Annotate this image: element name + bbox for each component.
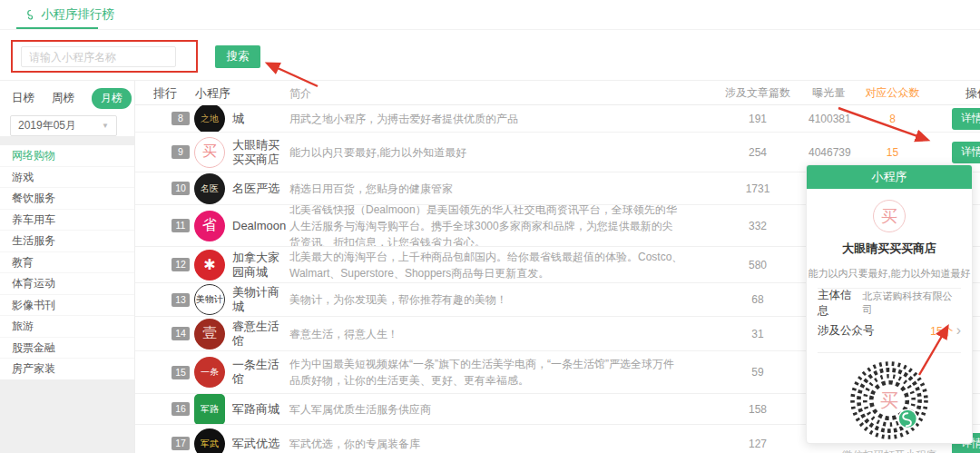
qr-caption: 微信扫码打开小程序 bbox=[807, 448, 972, 453]
rank-badge: 14 bbox=[172, 327, 190, 340]
app-name: 军武优选 bbox=[232, 437, 289, 451]
app-name: 城 bbox=[232, 112, 289, 126]
popup-header: 小程序 bbox=[807, 165, 972, 189]
detail-button[interactable]: 详情 bbox=[952, 108, 980, 130]
app-icon: ✱ bbox=[194, 250, 225, 281]
rank-badge: 8 bbox=[172, 112, 190, 125]
search-button[interactable]: 搜索 bbox=[215, 45, 260, 68]
qr-code: 买 bbox=[807, 359, 972, 446]
wechat-miniprogram-badge-icon bbox=[898, 409, 916, 428]
category-list: 网络购物游戏餐饮服务养车用车生活服务教育体育运动影像书刊旅游股票金融房产家装 bbox=[0, 145, 134, 380]
app-icon: 一条 bbox=[194, 357, 225, 388]
article-count: 254 bbox=[707, 146, 808, 159]
app-icon: 军武 bbox=[194, 428, 225, 453]
sidebar-category-item[interactable]: 房产家装 bbox=[0, 359, 134, 380]
popup-app-name: 大眼睛买买买商店 bbox=[807, 241, 972, 257]
app-name: 加拿大家园商城 bbox=[232, 251, 289, 280]
rank-badge: 16 bbox=[172, 402, 190, 416]
sidebar-category-item[interactable]: 影像书刊 bbox=[0, 295, 134, 317]
sidebar-category-item[interactable]: 游戏 bbox=[0, 167, 134, 189]
exposure-count: 4046739 bbox=[808, 146, 849, 159]
popup-app-description: 能力以内只要最好,能力以外知道最好 bbox=[807, 267, 972, 281]
app-description: 能力以内只要最好,能力以外知道最好 bbox=[289, 144, 707, 161]
rank-badge: 11 bbox=[172, 219, 190, 232]
sidebar-category-item[interactable]: 餐饮服务 bbox=[0, 188, 134, 210]
col-account-count: 对应公众数 bbox=[849, 85, 936, 101]
app-icon: 美物计 bbox=[194, 284, 225, 315]
qr-center-logo: 买 bbox=[880, 390, 898, 410]
rank-badge: 12 bbox=[172, 258, 190, 271]
col-description: 简介 bbox=[289, 85, 707, 102]
app-name: 一条生活馆 bbox=[232, 358, 289, 387]
tab-daily-rank[interactable]: 日榜 bbox=[12, 91, 34, 106]
app-description: 北美最大的海淘平台，上千种商品包邮国内。给你最省钱最超值的体验。Costco、W… bbox=[289, 249, 707, 281]
exposure-count: 4100381 bbox=[808, 113, 849, 125]
account-count: 15 bbox=[849, 146, 936, 159]
field-label: 涉及公众号 bbox=[818, 323, 875, 339]
rank-period-tabs: 日榜 周榜 月榜 bbox=[0, 87, 134, 109]
field-value: 北京诺购科技有限公司 bbox=[862, 290, 961, 317]
field-label: 主体信息 bbox=[818, 288, 862, 319]
accounts-count-link[interactable]: 15个 bbox=[930, 325, 953, 338]
popup-divider bbox=[818, 352, 961, 353]
col-action: 操作 bbox=[936, 85, 980, 102]
article-count: 68 bbox=[707, 293, 808, 306]
app-name: 美物计商城 bbox=[232, 285, 289, 314]
article-count: 332 bbox=[707, 220, 808, 232]
app-icon: 之地 bbox=[194, 105, 225, 133]
app-description: 精选日用百货，您贴身的健康管家 bbox=[289, 181, 707, 197]
search-section: 搜索 bbox=[0, 30, 980, 81]
popup-field-accounts: 涉及公众号 15个› bbox=[807, 317, 972, 345]
sidebar-category-item[interactable]: 旅游 bbox=[0, 316, 134, 338]
article-count: 31 bbox=[707, 328, 808, 340]
popup-app-logo: 买 bbox=[873, 200, 906, 232]
sidebar-bottom-filler bbox=[0, 379, 134, 453]
app-icon: 省 bbox=[194, 211, 225, 241]
date-dropdown[interactable]: 2019年05月 ▼ bbox=[10, 115, 117, 136]
tab-monthly-rank[interactable]: 月榜 bbox=[92, 88, 132, 109]
search-input[interactable] bbox=[21, 46, 176, 67]
app-description: 军人军属优质生活服务供应商 bbox=[289, 401, 707, 418]
app-description: 北美省钱快报（Dealmoon）是美国领先的华人社交电商资讯平台，全球领先的华人… bbox=[289, 205, 707, 247]
rank-badge: 17 bbox=[172, 437, 190, 450]
rank-badge: 10 bbox=[172, 182, 190, 195]
sidebar-category-item[interactable]: 股票金融 bbox=[0, 338, 134, 359]
col-article-count: 涉及文章篇数 bbox=[707, 85, 808, 101]
app-name: 睿意生活馆 bbox=[232, 320, 289, 349]
app-icon: 壹 bbox=[194, 319, 225, 350]
tab-mini-program-ranking[interactable]: 小程序排行榜 bbox=[24, 0, 114, 29]
sidebar-category-item[interactable]: 教育 bbox=[0, 252, 134, 274]
app-name: 军路商城 bbox=[232, 402, 289, 417]
chevron-down-icon: ▼ bbox=[102, 122, 109, 130]
sidebar-category-item[interactable]: 网络购物 bbox=[0, 145, 134, 167]
article-count: 191 bbox=[707, 113, 808, 125]
app-name: Dealmoon bbox=[232, 219, 289, 233]
mini-program-ranking-page: 小程序排行榜 搜索 日榜 周榜 月榜 2019年05月 ▼ 网络购物游戏餐饮服务… bbox=[0, 0, 980, 453]
chevron-right-icon: › bbox=[956, 322, 961, 338]
article-count: 158 bbox=[707, 403, 808, 416]
app-name: 名医严选 bbox=[232, 182, 289, 196]
rank-badge: 13 bbox=[172, 293, 190, 307]
article-count: 580 bbox=[707, 259, 808, 271]
sidebar-gap bbox=[0, 136, 134, 145]
tab-weekly-rank[interactable]: 周榜 bbox=[52, 91, 74, 106]
app-description: 用武之地小程序，为搏击爱好者提供优质的产品 bbox=[289, 111, 707, 127]
table-header: 排行 小程序 简介 涉及文章篇数 曝光量 对应公众数 操作 bbox=[135, 82, 980, 105]
app-description: 作为中国最美短视频媒体“一条”旗下的生活美学电商，“一条生活馆”严选全球万件品质… bbox=[289, 356, 707, 389]
app-icon: 买 bbox=[194, 137, 225, 168]
article-count: 127 bbox=[707, 438, 808, 450]
article-count: 1731 bbox=[707, 182, 808, 195]
col-rank: 排行 bbox=[135, 85, 194, 102]
sidebar-category-item[interactable]: 养车用车 bbox=[0, 210, 134, 231]
app-icon: 军路 bbox=[194, 394, 225, 425]
mini-program-detail-popup: 小程序 买 大眼睛买买买商店 能力以内只要最好,能力以外知道最好 主体信息 北京… bbox=[806, 164, 973, 444]
miniprogram-icon bbox=[24, 9, 35, 20]
app-description: 美物计，为你发现美，帮你推荐有趣的美物！ bbox=[289, 291, 707, 308]
detail-button[interactable]: 详情 bbox=[952, 142, 980, 163]
sidebar: 日榜 周榜 月榜 2019年05月 ▼ 网络购物游戏餐饮服务养车用车生活服务教育… bbox=[0, 82, 134, 453]
sidebar-category-item[interactable]: 体育运动 bbox=[0, 273, 134, 295]
rank-badge: 15 bbox=[172, 366, 190, 379]
sidebar-category-item[interactable]: 生活服务 bbox=[0, 231, 134, 252]
app-description: 睿意生活，得意人生！ bbox=[289, 326, 707, 342]
col-mini-program: 小程序 bbox=[194, 85, 289, 102]
